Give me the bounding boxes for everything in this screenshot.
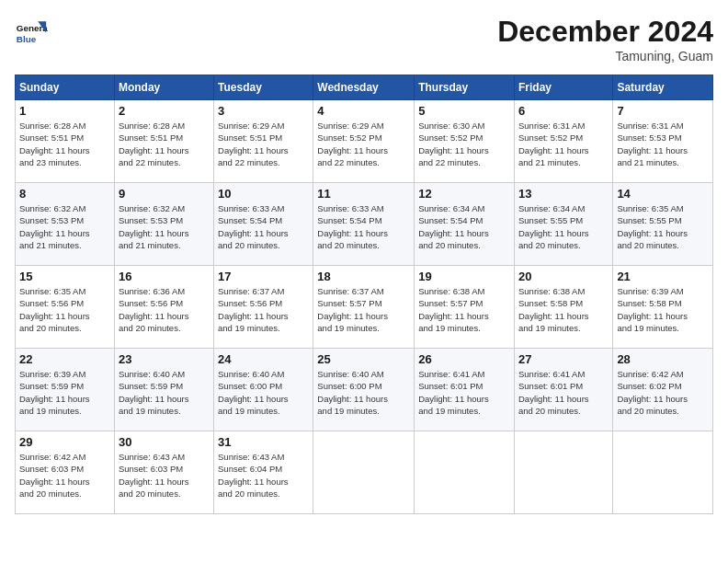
calendar-cell: 6Sunrise: 6:31 AMSunset: 5:52 PMDaylight… (514, 100, 612, 183)
day-info: Sunrise: 6:40 AMSunset: 6:00 PMDaylight:… (218, 368, 309, 417)
day-number: 23 (119, 352, 210, 366)
day-info: Sunrise: 6:39 AMSunset: 5:58 PMDaylight:… (617, 285, 709, 334)
day-info: Sunrise: 6:43 AMSunset: 6:03 PMDaylight:… (119, 451, 210, 500)
svg-text:Blue: Blue (17, 34, 37, 44)
day-info: Sunrise: 6:42 AMSunset: 6:02 PMDaylight:… (617, 368, 709, 417)
calendar-cell: 18Sunrise: 6:37 AMSunset: 5:57 PMDayligh… (313, 266, 415, 349)
calendar-cell: 10Sunrise: 6:33 AMSunset: 5:54 PMDayligh… (214, 183, 313, 266)
month-title: December 2024 (497, 15, 713, 49)
day-info: Sunrise: 6:29 AMSunset: 5:52 PMDaylight:… (317, 120, 410, 168)
title-area: December 2024 Tamuning, Guam (497, 15, 713, 63)
day-info: Sunrise: 6:40 AMSunset: 5:59 PMDaylight:… (119, 368, 210, 417)
day-info: Sunrise: 6:41 AMSunset: 6:01 PMDaylight:… (418, 368, 510, 417)
day-number: 13 (518, 187, 609, 201)
day-info: Sunrise: 6:37 AMSunset: 5:56 PMDaylight:… (218, 285, 309, 334)
calendar-cell: 31Sunrise: 6:43 AMSunset: 6:04 PMDayligh… (214, 431, 313, 514)
day-info: Sunrise: 6:33 AMSunset: 5:54 PMDaylight:… (218, 202, 309, 251)
calendar-cell: 24Sunrise: 6:40 AMSunset: 6:00 PMDayligh… (214, 349, 313, 431)
day-number: 27 (518, 352, 609, 366)
calendar-cell: 9Sunrise: 6:32 AMSunset: 5:53 PMDaylight… (114, 183, 213, 266)
day-info: Sunrise: 6:40 AMSunset: 6:00 PMDaylight:… (317, 368, 410, 417)
day-number: 3 (218, 104, 309, 118)
day-number: 28 (617, 352, 709, 366)
day-info: Sunrise: 6:32 AMSunset: 5:53 PMDaylight:… (119, 202, 210, 251)
calendar-cell: 28Sunrise: 6:42 AMSunset: 6:02 PMDayligh… (613, 349, 713, 431)
day-number: 18 (317, 270, 410, 283)
day-number: 21 (617, 270, 709, 283)
location: Tamuning, Guam (497, 49, 713, 63)
day-info: Sunrise: 6:39 AMSunset: 5:59 PMDaylight:… (19, 368, 110, 417)
calendar-cell: 30Sunrise: 6:43 AMSunset: 6:03 PMDayligh… (114, 431, 213, 514)
day-number: 17 (218, 270, 309, 283)
day-number: 25 (317, 352, 410, 366)
day-info: Sunrise: 6:38 AMSunset: 5:57 PMDaylight:… (418, 285, 510, 334)
day-header-friday: Friday (514, 75, 612, 100)
calendar-cell: 23Sunrise: 6:40 AMSunset: 5:59 PMDayligh… (114, 349, 213, 431)
day-info: Sunrise: 6:28 AMSunset: 5:51 PMDaylight:… (119, 120, 210, 168)
calendar-cell: 8Sunrise: 6:32 AMSunset: 5:53 PMDaylight… (16, 183, 115, 266)
day-header-saturday: Saturday (613, 75, 713, 100)
day-number: 15 (19, 270, 110, 283)
calendar-cell: 7Sunrise: 6:31 AMSunset: 5:53 PMDaylight… (613, 100, 713, 183)
calendar-cell: 19Sunrise: 6:38 AMSunset: 5:57 PMDayligh… (415, 266, 515, 349)
day-info: Sunrise: 6:38 AMSunset: 5:58 PMDaylight:… (518, 285, 609, 334)
day-number: 9 (119, 187, 210, 201)
day-number: 1 (19, 104, 110, 118)
calendar-cell (313, 431, 415, 514)
calendar-cell: 3Sunrise: 6:29 AMSunset: 5:51 PMDaylight… (214, 100, 313, 183)
day-number: 12 (418, 187, 510, 201)
calendar-cell: 22Sunrise: 6:39 AMSunset: 5:59 PMDayligh… (16, 349, 115, 431)
calendar-cell: 21Sunrise: 6:39 AMSunset: 5:58 PMDayligh… (613, 266, 713, 349)
day-header-sunday: Sunday (16, 75, 115, 100)
calendar-cell: 27Sunrise: 6:41 AMSunset: 6:01 PMDayligh… (514, 349, 612, 431)
day-number: 30 (119, 435, 210, 449)
calendar-cell: 17Sunrise: 6:37 AMSunset: 5:56 PMDayligh… (214, 266, 313, 349)
calendar-cell: 1Sunrise: 6:28 AMSunset: 5:51 PMDaylight… (16, 100, 115, 183)
calendar-cell: 20Sunrise: 6:38 AMSunset: 5:58 PMDayligh… (514, 266, 612, 349)
logo-icon: General Blue (15, 15, 48, 48)
day-number: 8 (19, 187, 110, 201)
day-info: Sunrise: 6:43 AMSunset: 6:04 PMDaylight:… (218, 451, 309, 500)
day-number: 19 (418, 270, 510, 283)
calendar-cell: 11Sunrise: 6:33 AMSunset: 5:54 PMDayligh… (313, 183, 415, 266)
day-header-tuesday: Tuesday (214, 75, 313, 100)
day-header-monday: Monday (114, 75, 213, 100)
day-number: 6 (518, 104, 609, 118)
day-number: 10 (218, 187, 309, 201)
day-info: Sunrise: 6:36 AMSunset: 5:56 PMDaylight:… (119, 285, 210, 334)
day-info: Sunrise: 6:42 AMSunset: 6:03 PMDaylight:… (19, 451, 110, 500)
calendar-cell: 12Sunrise: 6:34 AMSunset: 5:54 PMDayligh… (415, 183, 515, 266)
calendar-cell: 26Sunrise: 6:41 AMSunset: 6:01 PMDayligh… (415, 349, 515, 431)
calendar-cell: 4Sunrise: 6:29 AMSunset: 5:52 PMDaylight… (313, 100, 415, 183)
calendar-cell: 16Sunrise: 6:36 AMSunset: 5:56 PMDayligh… (114, 266, 213, 349)
day-number: 14 (617, 187, 709, 201)
day-info: Sunrise: 6:41 AMSunset: 6:01 PMDaylight:… (518, 368, 609, 417)
day-info: Sunrise: 6:34 AMSunset: 5:54 PMDaylight:… (418, 202, 510, 251)
calendar-cell (415, 431, 515, 514)
day-number: 4 (317, 104, 410, 118)
calendar-cell (613, 431, 713, 514)
day-number: 16 (119, 270, 210, 283)
day-header-wednesday: Wednesday (313, 75, 415, 100)
day-number: 20 (518, 270, 609, 283)
day-info: Sunrise: 6:35 AMSunset: 5:56 PMDaylight:… (19, 285, 110, 334)
day-number: 31 (218, 435, 309, 449)
day-number: 2 (119, 104, 210, 118)
calendar-cell: 5Sunrise: 6:30 AMSunset: 5:52 PMDaylight… (415, 100, 515, 183)
day-info: Sunrise: 6:29 AMSunset: 5:51 PMDaylight:… (218, 120, 309, 168)
day-info: Sunrise: 6:33 AMSunset: 5:54 PMDaylight:… (317, 202, 410, 251)
day-info: Sunrise: 6:34 AMSunset: 5:55 PMDaylight:… (518, 202, 609, 251)
page-header: General Blue December 2024 Tamuning, Gua… (15, 15, 713, 63)
day-header-thursday: Thursday (415, 75, 515, 100)
calendar-table: SundayMondayTuesdayWednesdayThursdayFrid… (15, 75, 713, 514)
day-number: 26 (418, 352, 510, 366)
calendar-cell: 29Sunrise: 6:42 AMSunset: 6:03 PMDayligh… (16, 431, 115, 514)
calendar-cell: 15Sunrise: 6:35 AMSunset: 5:56 PMDayligh… (16, 266, 115, 349)
calendar-cell: 25Sunrise: 6:40 AMSunset: 6:00 PMDayligh… (313, 349, 415, 431)
day-info: Sunrise: 6:37 AMSunset: 5:57 PMDaylight:… (317, 285, 410, 334)
day-info: Sunrise: 6:28 AMSunset: 5:51 PMDaylight:… (19, 120, 110, 168)
calendar-cell: 13Sunrise: 6:34 AMSunset: 5:55 PMDayligh… (514, 183, 612, 266)
day-number: 7 (617, 104, 709, 118)
day-info: Sunrise: 6:32 AMSunset: 5:53 PMDaylight:… (19, 202, 110, 251)
calendar-cell: 14Sunrise: 6:35 AMSunset: 5:55 PMDayligh… (613, 183, 713, 266)
